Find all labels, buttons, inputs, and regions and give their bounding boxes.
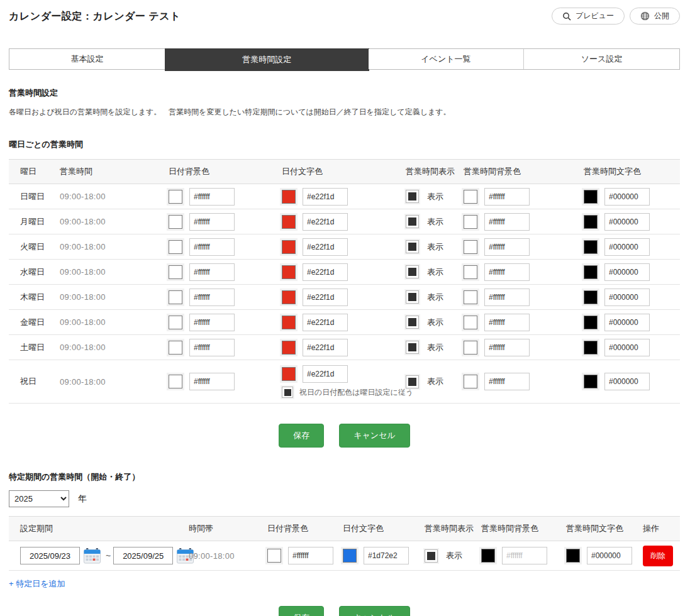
show-checkbox[interactable] bbox=[406, 316, 419, 329]
date-bg-input[interactable] bbox=[189, 213, 235, 231]
biz-fg-input[interactable] bbox=[604, 188, 650, 206]
calendar-icon[interactable] bbox=[84, 548, 101, 564]
date-fg-input[interactable] bbox=[364, 547, 409, 564]
biz-fg-swatch[interactable] bbox=[584, 190, 598, 204]
biz-fg-swatch[interactable] bbox=[584, 341, 598, 355]
col-timeband: 時間帯 bbox=[186, 523, 265, 534]
show-checkbox[interactable] bbox=[406, 240, 419, 253]
biz-bg-swatch[interactable] bbox=[464, 290, 477, 304]
biz-bg-swatch[interactable] bbox=[481, 549, 495, 563]
tab-business-hours[interactable]: 営業時間設定 bbox=[165, 48, 369, 71]
date-fg-swatch[interactable] bbox=[282, 316, 296, 329]
date-fg-input[interactable] bbox=[303, 365, 348, 383]
biz-fg-input[interactable] bbox=[604, 263, 650, 281]
biz-bg-input[interactable] bbox=[484, 314, 530, 331]
tab-basic-settings[interactable]: 基本設定 bbox=[9, 49, 165, 69]
biz-fg-swatch[interactable] bbox=[584, 240, 598, 254]
cancel-button[interactable]: キャンセル bbox=[339, 606, 410, 616]
biz-fg-swatch[interactable] bbox=[584, 375, 598, 388]
preview-button[interactable]: プレビュー bbox=[552, 8, 625, 25]
date-bg-swatch[interactable] bbox=[169, 190, 182, 204]
date-fg-input[interactable] bbox=[303, 314, 348, 331]
date-fg-swatch[interactable] bbox=[282, 290, 296, 304]
show-checkbox[interactable] bbox=[406, 290, 419, 304]
date-bg-input[interactable] bbox=[189, 238, 235, 256]
biz-fg-input[interactable] bbox=[604, 213, 650, 231]
date-fg-input[interactable] bbox=[303, 188, 348, 206]
year-select[interactable]: 2025 bbox=[9, 490, 69, 507]
show-checkbox[interactable] bbox=[406, 215, 419, 228]
biz-fg-input[interactable] bbox=[604, 238, 650, 256]
date-bg-swatch[interactable] bbox=[267, 549, 281, 563]
biz-fg-swatch[interactable] bbox=[584, 265, 598, 279]
biz-bg-input[interactable] bbox=[484, 339, 530, 356]
start-date-input[interactable] bbox=[20, 547, 80, 564]
delete-button[interactable]: 削除 bbox=[643, 546, 673, 566]
date-bg-input[interactable] bbox=[189, 339, 235, 356]
publish-button[interactable]: 公開 bbox=[630, 8, 680, 25]
save-button[interactable]: 保存 bbox=[279, 606, 324, 616]
end-date-input[interactable] bbox=[113, 547, 173, 564]
biz-bg-swatch[interactable] bbox=[464, 341, 477, 355]
biz-fg-input[interactable] bbox=[604, 373, 650, 390]
show-checkbox[interactable] bbox=[406, 190, 419, 203]
date-bg-input[interactable] bbox=[189, 373, 235, 390]
date-bg-input[interactable] bbox=[189, 289, 235, 306]
holiday-follow-weekday-checkbox[interactable] bbox=[282, 387, 293, 398]
biz-bg-swatch[interactable] bbox=[464, 265, 477, 279]
date-bg-input[interactable] bbox=[288, 547, 333, 564]
show-checkbox[interactable] bbox=[406, 265, 419, 278]
biz-fg-swatch[interactable] bbox=[566, 549, 580, 563]
biz-fg-swatch[interactable] bbox=[584, 290, 598, 304]
show-checkbox[interactable] bbox=[406, 341, 419, 354]
biz-fg-swatch[interactable] bbox=[584, 215, 598, 229]
biz-fg-input[interactable] bbox=[604, 289, 650, 306]
date-bg-input[interactable] bbox=[189, 188, 235, 206]
biz-bg-input[interactable] bbox=[502, 547, 547, 564]
date-bg-swatch[interactable] bbox=[169, 316, 182, 329]
biz-bg-swatch[interactable] bbox=[464, 240, 477, 254]
biz-bg-input[interactable] bbox=[484, 263, 530, 281]
date-fg-swatch[interactable] bbox=[282, 367, 296, 381]
date-bg-swatch[interactable] bbox=[169, 265, 182, 279]
biz-bg-swatch[interactable] bbox=[464, 215, 477, 229]
col-biz-fg: 営業時間文字色 bbox=[564, 523, 640, 534]
tab-source-settings[interactable]: ソース設定 bbox=[524, 49, 679, 69]
biz-bg-input[interactable] bbox=[484, 213, 530, 231]
cancel-button[interactable]: キャンセル bbox=[339, 424, 410, 448]
date-fg-input[interactable] bbox=[303, 238, 348, 256]
biz-bg-swatch[interactable] bbox=[464, 375, 477, 388]
date-fg-swatch[interactable] bbox=[282, 240, 296, 254]
show-checkbox[interactable] bbox=[425, 549, 438, 563]
date-fg-input[interactable] bbox=[303, 339, 348, 356]
date-bg-input[interactable] bbox=[189, 263, 235, 281]
date-fg-swatch[interactable] bbox=[282, 190, 296, 204]
biz-fg-swatch[interactable] bbox=[584, 316, 598, 329]
biz-bg-input[interactable] bbox=[484, 289, 530, 306]
date-bg-swatch[interactable] bbox=[169, 375, 182, 388]
biz-bg-swatch[interactable] bbox=[464, 190, 477, 204]
date-bg-input[interactable] bbox=[189, 314, 235, 331]
date-fg-swatch[interactable] bbox=[343, 549, 357, 563]
date-bg-swatch[interactable] bbox=[169, 290, 182, 304]
biz-fg-input[interactable] bbox=[604, 314, 650, 331]
biz-bg-input[interactable] bbox=[484, 373, 530, 390]
date-fg-input[interactable] bbox=[303, 289, 348, 306]
biz-bg-input[interactable] bbox=[484, 188, 530, 206]
date-bg-swatch[interactable] bbox=[169, 341, 182, 355]
add-special-day-link[interactable]: + 特定日を追加 bbox=[9, 578, 65, 590]
date-bg-swatch[interactable] bbox=[169, 215, 182, 229]
date-fg-swatch[interactable] bbox=[282, 265, 296, 279]
date-fg-swatch[interactable] bbox=[282, 215, 296, 229]
tab-event-list[interactable]: イベント一覧 bbox=[369, 49, 525, 69]
save-button[interactable]: 保存 bbox=[279, 424, 324, 448]
biz-bg-input[interactable] bbox=[484, 238, 530, 256]
date-fg-input[interactable] bbox=[303, 263, 348, 281]
biz-fg-input[interactable] bbox=[604, 339, 650, 356]
biz-fg-input[interactable] bbox=[587, 547, 632, 564]
biz-bg-swatch[interactable] bbox=[464, 316, 477, 329]
date-fg-swatch[interactable] bbox=[282, 341, 296, 355]
date-bg-swatch[interactable] bbox=[169, 240, 182, 254]
show-checkbox[interactable] bbox=[406, 375, 419, 388]
date-fg-input[interactable] bbox=[303, 213, 348, 231]
